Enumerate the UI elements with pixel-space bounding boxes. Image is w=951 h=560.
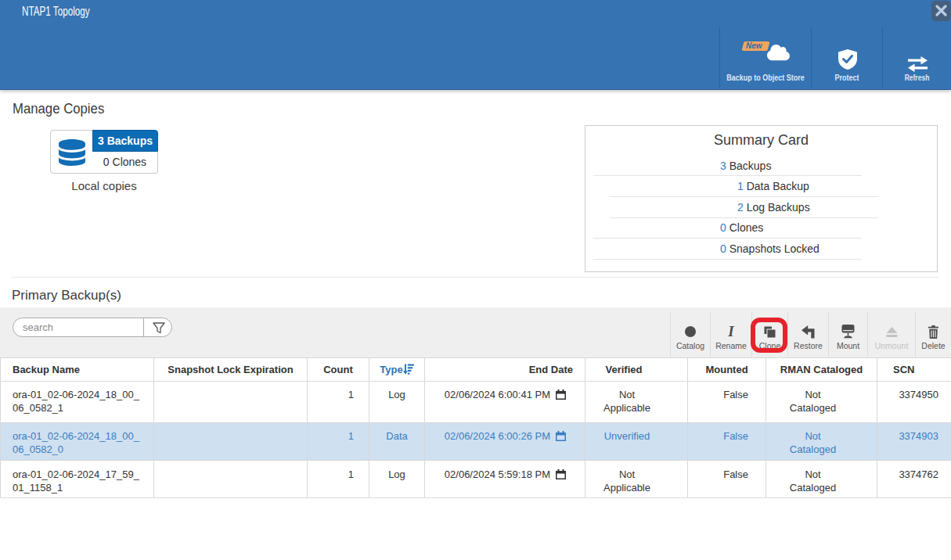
svg-text:I: I bbox=[727, 324, 734, 339]
